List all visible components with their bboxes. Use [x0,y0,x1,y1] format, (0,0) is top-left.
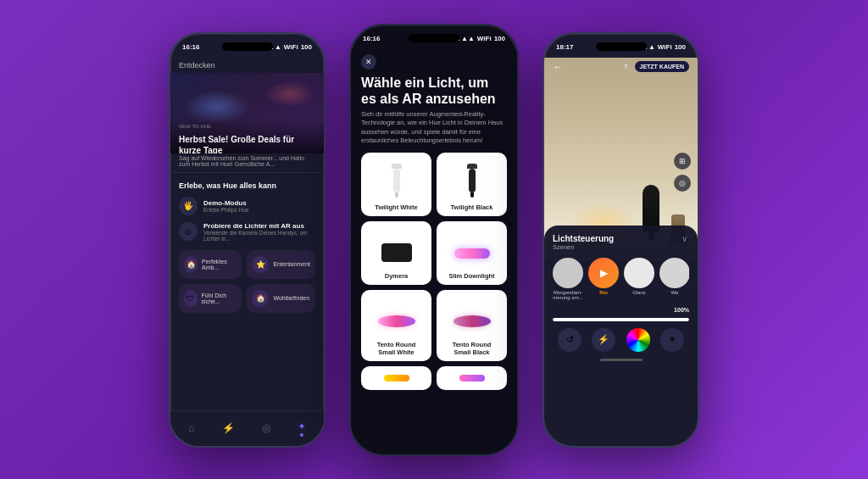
list-item-0[interactable]: 🖐 Demo-Modus Erlebe Philips Hue [170,193,324,219]
help-button[interactable]: ? [624,63,627,70]
news-badge: NEW TO HUE [170,120,324,132]
chevron-down-icon[interactable]: ∨ [682,234,687,243]
time-2: 16:16 [363,35,380,42]
scene-rio[interactable]: ▶ Rio [588,258,619,300]
scene-label-morning: Morgendäm­merung am... [553,290,583,300]
brightness-button[interactable]: ☀ [660,328,684,352]
lamp-img-white [381,161,412,200]
power-button[interactable]: ⚡ [592,328,615,352]
scenes-row: Morgendäm­merung am... ▶ Rio Glanz We [553,258,689,300]
lamp-label-slim: Slim Downlight [448,272,494,280]
phone1-content: Entdecken NEW TO HUE Herbst Sale! Große … [170,58,324,446]
scene-label-we: We [671,290,679,295]
lamp-tento-black[interactable]: Tento Round Small Black [437,290,507,361]
p2-description: Sieh dir mithilfe unserer Augmented-Real… [351,110,517,153]
expand-button[interactable]: ⊞ [674,153,691,170]
list-item-1[interactable]: ⊙ Probiere die Lichter mit AR aus Verwen… [170,219,324,245]
hero-subtitle: Sag auf Wiedersehen zum Sommer... und Ha… [170,153,324,169]
settings-button[interactable]: ◎ [674,175,691,192]
brightness-row: 100% [553,305,689,315]
lamp-tento-white[interactable]: Tento Round Small White [361,290,431,361]
p1-hero-glow2 [264,81,315,107]
demo-icon: 🖐 [179,197,198,215]
grid-item-0[interactable]: 🏠 Perfektes Amb... [179,250,242,279]
p3-bottom-panel: Lichtsteuerung Szenen ∨ Morgendäm­merung… [544,226,698,446]
grid-label-3: Wohlbefinden [273,295,309,301]
list-name-1: Probiere die Lichter mit AR aus [203,222,315,230]
scene-label-glanz: Glanz [632,290,646,295]
scene-circle-glanz [624,258,654,288]
scene-label-rio: Rio [599,290,608,295]
list-text-0: Demo-Modus Erlebe Philips Hue [203,199,315,213]
grid-item-2[interactable]: 🛡 Fühl Dich siche... [179,284,242,313]
ar-icon: ⊙ [179,222,198,241]
lamp-label-dymera: Dymera [385,272,409,280]
scene-we[interactable]: We [659,258,689,300]
p2-content: ✕ Wähle ein Licht, um es als AR anzusehe… [351,49,517,454]
p1-feature-grid: 🏠 Perfektes Amb... ⭐ Entertainment 🛡 Füh… [170,245,324,318]
lamp-twilight-black[interactable]: Twilight Black [437,153,507,216]
more-item-1 [361,366,431,390]
list-name-0: Demo-Modus [203,199,315,207]
divider-1 [170,172,324,173]
nav-home[interactable]: ⌂ [188,422,194,434]
brightness-fill [553,318,689,321]
p1-hero-glow [183,90,251,124]
lamp-img-dymera [381,230,412,269]
p3-header-right: ? JETZT KAUFEN [624,61,689,72]
grid-label-2: Fühl Dich siche... [202,292,237,304]
grid-item-1[interactable]: ⭐ Entertainment [247,250,315,279]
home-bar [600,359,643,361]
scene-glanz[interactable]: Glanz [624,258,654,300]
lamp-grid: Twilight White Twilight Black Dy [351,153,517,361]
home-nav-icon: ⌂ [188,422,194,434]
more-item-2 [437,366,507,390]
nav-dot [300,433,303,437]
p1-hero: NEW TO HUE Herbst Sale! Große Deals für … [170,73,324,153]
p3-header: ← ? JETZT KAUFEN [544,58,698,76]
grid-label-0: Perfektes Amb... [202,259,236,270]
dynamic-island-2 [409,34,459,42]
scene-circle-we [659,258,689,288]
phone-2: 16:16 ▲▲▲ WiFi 100 ✕ Wähle ein Licht, um… [349,24,519,456]
phone-1: 16:16 ▲▲▲ WiFi 100 Entdecken NEW TO HUE … [169,32,326,448]
wifi-icon-2: WiFi [477,35,492,42]
brightness-bar[interactable] [553,318,689,321]
color-button[interactable] [626,328,650,352]
dynamic-island-1 [222,42,273,51]
grid-icon-1: ⭐ [252,256,269,273]
lamp-img-tento-white [381,298,412,337]
lamp-twilight-white[interactable]: Twilight White [361,153,431,216]
play-icon: ▶ [600,267,608,279]
time-3: 18:17 [556,43,573,51]
lamp-label-black: Twilight Black [451,203,493,211]
panel-subtitle: Szenen [553,243,614,251]
discover-nav-icon: ✦ [298,421,306,432]
battery-icon-1: 100 [301,43,312,51]
brightness-value: 100% [674,307,689,313]
nav-discover[interactable]: ✦ [298,421,306,437]
scene-morning[interactable]: Morgendäm­merung am... [553,258,583,300]
scene-circle-rio: ▶ [588,258,619,288]
close-button[interactable]: ✕ [361,54,376,70]
buy-button[interactable]: JETZT KAUFEN [635,61,690,72]
shuffle-button[interactable]: ↺ [558,328,581,352]
nav-circle[interactable]: ◎ [262,422,270,434]
lamp-dymera[interactable]: Dymera [361,221,431,285]
battery-icon-3: 100 [675,43,686,51]
panel-title: Lichtsteuerung [553,234,614,243]
lamp-label-white: Twilight White [375,203,417,211]
wifi-icon-3: WiFi [658,43,672,51]
lamp-label-tento-black: Tento Round Small Black [443,341,500,356]
lamp-slim-downlight[interactable]: Slim Downlight [437,221,507,285]
list-desc-0: Erlebe Philips Hue [203,207,315,213]
scene-circle-morning [553,258,583,288]
bottom-nav: ⌂ ⚡ ◎ ✦ [170,410,324,446]
grid-icon-3: 🏠 [252,290,269,307]
wifi-icon-1: WiFi [284,43,298,51]
back-icon[interactable]: ← [553,61,563,73]
lamp-img-black [457,161,487,200]
grid-item-3[interactable]: 🏠 Wohlbefinden [247,284,315,313]
flash-nav-icon: ⚡ [222,422,235,434]
nav-flash[interactable]: ⚡ [222,422,235,434]
